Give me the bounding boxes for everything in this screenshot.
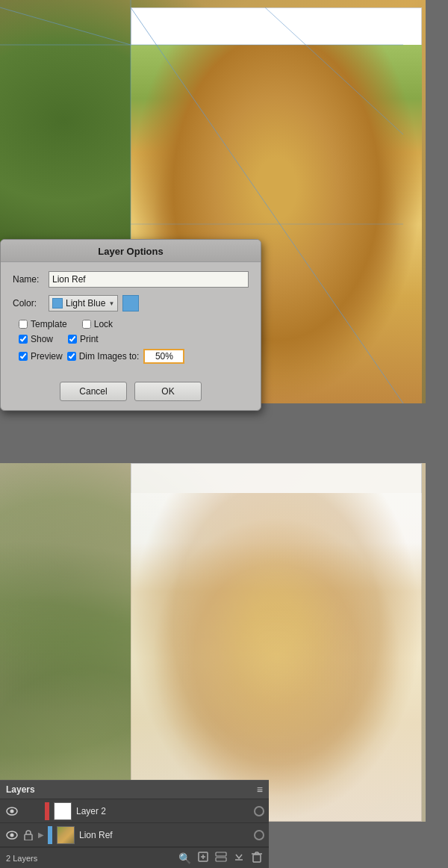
cancel-button[interactable]: Cancel <box>60 382 127 401</box>
lion-ref-name: Lion Ref <box>79 830 254 840</box>
dim-label: Dim Images to: <box>79 351 140 362</box>
template-label: Template <box>31 319 67 329</box>
dim-checkbox-item[interactable]: Dim Images to: <box>67 351 140 362</box>
print-checkbox-item[interactable]: Print <box>68 334 99 344</box>
layers-panel: Layers ≡ Layer 2 <box>0 780 269 868</box>
chevron-down-icon: ▼ <box>108 300 114 307</box>
print-checkbox[interactable] <box>68 335 77 344</box>
svg-point-7 <box>10 809 14 813</box>
layer2-thumbnail <box>54 802 72 820</box>
dialog-title: Layer Options <box>98 246 163 257</box>
preview-label: Preview <box>31 351 63 362</box>
layer-options-dialog: Layer Options Name: Color: Light Blue ▼ <box>0 239 261 437</box>
preview-checkbox-item[interactable]: Preview <box>19 351 63 362</box>
layer-row-lion-ref[interactable]: ▶ Lion Ref <box>0 823 269 847</box>
dim-input[interactable] <box>143 349 184 364</box>
expand-icon-lion-ref[interactable]: ▶ <box>36 830 46 840</box>
eye-icon-lion-ref[interactable] <box>4 828 19 843</box>
lion-ref-target-icon <box>254 830 264 840</box>
dialog-container: Layer Options Name: Color: Light Blue ▼ <box>0 239 261 411</box>
lock-label: Lock <box>94 319 113 329</box>
lion-ref-color-bar <box>48 826 52 844</box>
name-row: Name: <box>13 271 249 288</box>
template-checkbox[interactable] <box>19 320 28 329</box>
layer2-color-bar <box>45 802 49 820</box>
eye-icon-layer2[interactable] <box>4 804 19 819</box>
lock-icon-lion-ref <box>22 829 34 841</box>
color-dropdown-text: Light Blue <box>66 298 105 309</box>
preview-checkbox[interactable] <box>19 352 28 361</box>
layer2-name: Layer 2 <box>76 806 254 816</box>
move-layer-up-icon[interactable] <box>215 851 227 865</box>
name-input[interactable] <box>49 271 249 288</box>
ok-button[interactable]: OK <box>134 382 202 401</box>
delete-layer-icon[interactable] <box>251 851 263 865</box>
show-checkbox[interactable] <box>19 335 28 344</box>
show-checkbox-item[interactable]: Show <box>19 334 53 344</box>
svg-rect-17 <box>253 855 261 862</box>
color-icon-blue <box>52 298 63 309</box>
lion-ref-thumbnail <box>57 826 75 844</box>
dialog-title-bar: Layer Options <box>1 240 261 262</box>
checkbox-row-3: Preview Dim Images to: <box>19 349 249 364</box>
show-label: Show <box>31 334 53 344</box>
layers-menu-icon[interactable]: ≡ <box>257 784 263 796</box>
svg-rect-14 <box>216 858 226 861</box>
layers-panel-header: Layers ≡ <box>0 781 269 799</box>
layers-count: 2 Layers <box>6 854 178 863</box>
dialog-body: Name: Color: Light Blue ▼ <box>1 262 261 376</box>
svg-rect-15 <box>216 852 226 856</box>
layers-panel-title: Layers <box>6 784 35 795</box>
lock-checkbox[interactable] <box>82 320 91 329</box>
checkboxes-section: Template Lock Show <box>13 319 249 364</box>
color-swatch <box>122 295 139 311</box>
lock-checkbox-item[interactable]: Lock <box>82 319 113 329</box>
move-layer-down-icon[interactable] <box>233 851 245 865</box>
lion-face-bottom <box>131 493 422 822</box>
layers-panel-footer: 2 Layers 🔍 <box>0 847 269 868</box>
name-label: Name: <box>13 274 49 285</box>
color-row: Color: Light Blue ▼ <box>13 295 249 311</box>
svg-point-9 <box>10 833 14 837</box>
checkbox-row-1: Template Lock <box>19 319 249 329</box>
layer-row-layer2[interactable]: Layer 2 <box>0 799 269 823</box>
new-layer-icon[interactable] <box>197 851 209 865</box>
template-checkbox-item[interactable]: Template <box>19 319 67 329</box>
checkbox-row-2: Show Print <box>19 334 249 344</box>
top-canvas-section: Layer Options Name: Color: Light Blue ▼ <box>0 0 448 448</box>
dialog-buttons: Cancel OK <box>1 376 261 410</box>
color-label: Color: <box>13 298 49 309</box>
bottom-canvas-section: Layers ≡ Layer 2 <box>0 448 448 868</box>
layer2-target-icon <box>254 806 264 816</box>
search-icon[interactable]: 🔍 <box>178 852 191 864</box>
layers-footer-icons: 🔍 <box>178 851 263 865</box>
print-label: Print <box>80 334 99 344</box>
color-dropdown[interactable]: Light Blue ▼ <box>49 295 118 311</box>
dim-checkbox[interactable] <box>67 352 76 361</box>
svg-rect-10 <box>25 834 32 840</box>
